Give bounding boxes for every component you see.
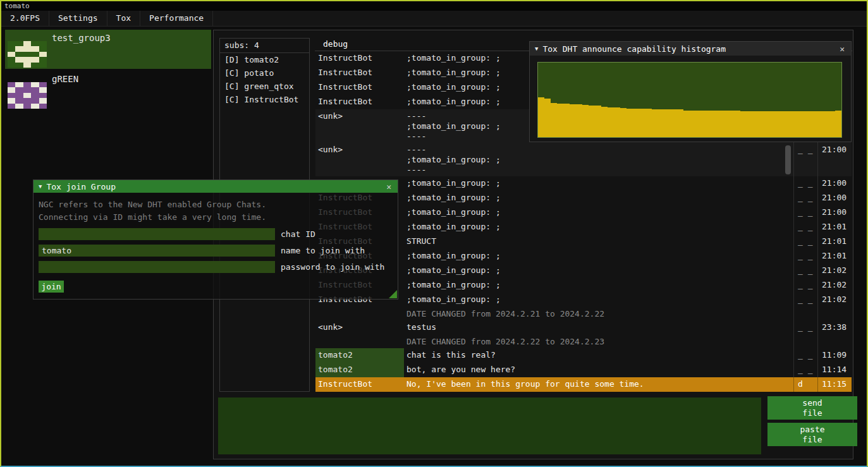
green-avatar bbox=[8, 82, 47, 109]
join-name-label: name to join with bbox=[281, 246, 365, 255]
menu-item-performance[interactable]: Performance bbox=[140, 11, 213, 26]
resize-grip[interactable] bbox=[389, 290, 397, 298]
ngc-info-line-1: NGC refers to the New DHT enabled Group … bbox=[39, 198, 393, 211]
join-password-input[interactable] bbox=[39, 261, 275, 273]
histogram-bar bbox=[702, 111, 709, 137]
histogram-bar bbox=[683, 111, 690, 137]
message-time: 21:00 bbox=[817, 176, 852, 191]
collapse-arrow-icon[interactable]: ▼ bbox=[39, 183, 42, 190]
message-time: 21:00 bbox=[817, 205, 852, 220]
test_group3-avatar bbox=[8, 41, 47, 68]
subs-member[interactable]: [C] InstructBot bbox=[220, 93, 309, 106]
histogram-bar bbox=[810, 111, 816, 137]
message-author: tomato2 bbox=[315, 363, 404, 377]
subs-member[interactable]: [C] potato bbox=[220, 66, 309, 80]
window-titlebar[interactable]: tomato bbox=[1, 1, 867, 11]
histogram-bar bbox=[728, 111, 734, 137]
message-author: <unk> bbox=[315, 320, 404, 335]
histogram-bar bbox=[658, 109, 664, 137]
group-name: gREEN bbox=[52, 74, 78, 84]
message-text: ;tomato_in_group: ; bbox=[404, 264, 793, 278]
message-flags: _ _ bbox=[793, 176, 817, 191]
histogram-bar bbox=[804, 111, 810, 137]
message-flags: _ _ bbox=[793, 234, 817, 249]
histogram-bar bbox=[582, 105, 589, 137]
message-time: 21:01 bbox=[817, 220, 852, 234]
group-item-test_group3[interactable]: test_group3 bbox=[5, 30, 211, 69]
subs-member[interactable]: [C] green_qtox bbox=[220, 80, 309, 93]
histogram-bar bbox=[614, 107, 620, 137]
histogram-bar bbox=[557, 104, 563, 137]
collapse-arrow-icon[interactable]: ▼ bbox=[535, 45, 538, 52]
histogram-bar bbox=[721, 111, 728, 137]
message-flags bbox=[793, 335, 817, 348]
group-name: test_group3 bbox=[52, 33, 111, 43]
message-flags: _ _ bbox=[793, 249, 817, 264]
send-file-button[interactable]: send file bbox=[767, 396, 857, 420]
window-title: tomato bbox=[4, 2, 30, 10]
chat-message-row[interactable]: <unk>testus_ _23:38 bbox=[315, 320, 852, 335]
join-group-window: ▼ Tox join Group ✕ NGC refers to the New… bbox=[33, 179, 398, 300]
join-window-body: NGC refers to the New DHT enabled Group … bbox=[34, 193, 398, 298]
chat-message-row[interactable]: InstructBotNo, I've been in this group f… bbox=[315, 377, 852, 392]
histogram-bar bbox=[753, 111, 759, 137]
join-name-input[interactable] bbox=[39, 245, 275, 257]
chat-id-input[interactable] bbox=[39, 228, 275, 240]
chat-id-label: chat ID bbox=[281, 229, 315, 239]
histogram-bar bbox=[671, 109, 677, 137]
chat-message-row[interactable]: <unk>---- ;tomato_in_group: ; ----_ _21:… bbox=[315, 143, 852, 176]
message-flags: d bbox=[793, 377, 817, 392]
date-changed-text: DATE CHANGED from 2024.2.21 to 2024.2.22 bbox=[404, 307, 793, 320]
histogram-bar bbox=[709, 111, 715, 137]
join-password-label: password to join with bbox=[281, 262, 384, 272]
join-button[interactable]: join bbox=[39, 281, 64, 293]
menu-item-tox[interactable]: Tox bbox=[107, 11, 140, 26]
chat-message-row[interactable]: tomato2bot, are you new here?_ _11:14 bbox=[315, 363, 852, 377]
join-window-titlebar[interactable]: ▼ Tox join Group ✕ bbox=[34, 180, 398, 193]
menu-item-settings[interactable]: Settings bbox=[49, 11, 107, 26]
menu-bar: 2.0FPSSettingsToxPerformance bbox=[1, 11, 867, 27]
message-flags bbox=[793, 307, 817, 320]
chat-message-row[interactable]: tomato2chat is this real?_ _11:09 bbox=[315, 348, 852, 363]
tab-debug[interactable]: debug bbox=[321, 39, 350, 49]
histogram-window-titlebar[interactable]: ▼ Tox DHT announce capability histogram … bbox=[530, 42, 851, 56]
histogram-bar bbox=[576, 104, 582, 137]
message-text: chat is this real? bbox=[404, 348, 793, 363]
histogram-bar bbox=[595, 106, 601, 137]
histogram-bar bbox=[778, 111, 785, 137]
group-item-gREEN[interactable]: gREEN bbox=[5, 71, 211, 110]
message-flags: _ _ bbox=[793, 348, 817, 363]
join-window-title: Tox join Group bbox=[46, 182, 381, 191]
date-changed-row[interactable]: DATE CHANGED from 2024.2.21 to 2024.2.22 bbox=[315, 307, 852, 320]
histogram-bar bbox=[715, 111, 721, 137]
close-icon[interactable]: ✕ bbox=[385, 182, 393, 191]
histogram-bar bbox=[766, 111, 772, 137]
chat-input[interactable] bbox=[218, 397, 761, 454]
message-time: 21:00 bbox=[817, 143, 852, 176]
message-author: <unk> bbox=[315, 143, 404, 176]
message-time: 21:02 bbox=[817, 278, 852, 293]
histogram-bar bbox=[690, 111, 696, 137]
date-changed-row[interactable]: DATE CHANGED from 2024.2.22 to 2024.2.23 bbox=[315, 335, 852, 348]
histogram-bar bbox=[835, 111, 841, 137]
message-time: 23:38 bbox=[817, 320, 852, 335]
histogram-bar bbox=[829, 111, 835, 137]
message-text: ---- ;tomato_in_group: ; ---- bbox=[404, 143, 793, 176]
message-author bbox=[315, 307, 404, 320]
message-time: 11:15 bbox=[817, 377, 852, 392]
message-author: InstructBot bbox=[315, 80, 404, 95]
histogram-bar bbox=[772, 111, 778, 137]
message-time: 21:00 bbox=[817, 191, 852, 205]
close-icon[interactable]: ✕ bbox=[838, 44, 846, 54]
histogram-bar bbox=[696, 111, 702, 137]
histogram-bar bbox=[544, 99, 551, 137]
histogram-bar bbox=[734, 111, 740, 137]
scrollbar-thumb[interactable] bbox=[785, 145, 791, 174]
histogram-bar bbox=[570, 104, 576, 137]
paste-file-button[interactable]: paste file bbox=[767, 423, 857, 446]
message-text: No, I've been in this group for quite so… bbox=[404, 377, 793, 392]
message-text: ;tomato_in_group: ; bbox=[404, 249, 793, 264]
message-author: InstructBot bbox=[315, 377, 404, 392]
subs-member[interactable]: [D] tomato2 bbox=[220, 53, 309, 66]
message-time bbox=[817, 335, 852, 348]
